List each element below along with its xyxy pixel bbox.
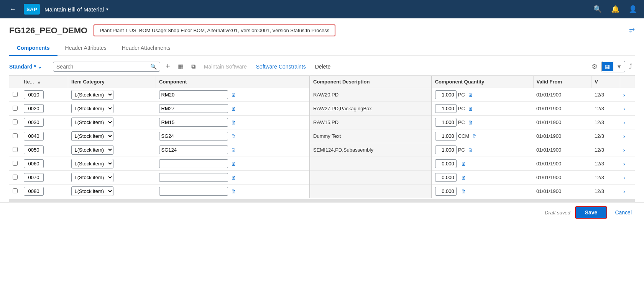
search-icon-button[interactable]: 🔍 [150, 64, 157, 70]
row-detail-button[interactable]: › [623, 188, 625, 194]
category-select[interactable]: L(Stock item) [71, 118, 113, 127]
component-input[interactable] [159, 145, 228, 154]
component-input[interactable] [159, 159, 228, 168]
component-link-button[interactable]: 🗎 [230, 188, 237, 195]
add-button[interactable]: + [163, 60, 172, 72]
row-checkbox[interactable] [13, 92, 18, 97]
row-detail-button[interactable]: › [623, 133, 625, 139]
row-checkbox[interactable] [13, 119, 18, 124]
item-no-input[interactable] [24, 90, 44, 99]
row-component-desc: RAW27,PD,PackagingBox [310, 102, 432, 116]
unit-link-button[interactable]: 🗎 [460, 174, 467, 181]
category-select[interactable]: L(Stock item) [71, 104, 113, 113]
row-detail-button[interactable]: › [623, 91, 625, 98]
view-selector[interactable]: Standard * ⌄ [9, 64, 42, 70]
row-detail-button[interactable]: › [623, 147, 625, 153]
row-checkbox[interactable] [13, 175, 18, 180]
settings-button[interactable]: ⚙ [589, 61, 600, 72]
toolbar-right: ⚙ ▦ ▼ ⤴ [589, 61, 635, 72]
unit-link-button[interactable]: 🗎 [467, 105, 474, 112]
component-input[interactable] [159, 90, 228, 99]
row-item-no [21, 129, 68, 143]
category-select[interactable]: L(Stock item) [71, 173, 113, 182]
component-input[interactable] [159, 173, 228, 182]
row-checkbox[interactable] [13, 147, 18, 152]
save-button[interactable]: Save [575, 206, 608, 219]
view-dropdown-button[interactable]: ▼ [613, 62, 625, 71]
qty-input[interactable] [435, 173, 457, 182]
share-button[interactable]: ⥂ [629, 26, 635, 35]
tab-header-attributes[interactable]: Header Attributes [58, 41, 114, 56]
row-detail-button[interactable]: › [623, 160, 625, 167]
table-view-button[interactable]: ▦ [602, 62, 613, 71]
component-link-button[interactable]: 🗎 [230, 160, 237, 167]
copy-button[interactable]: ⧉ [189, 62, 198, 72]
row-checkbox[interactable] [13, 133, 18, 138]
row-checkbox-cell [9, 102, 21, 116]
table-scroll-container[interactable]: Ite... ▲ Item Category Component Compone… [9, 76, 635, 198]
expand-button[interactable]: ⤴ [627, 61, 635, 72]
cancel-button[interactable]: Cancel [612, 207, 635, 218]
item-no-input[interactable] [24, 118, 44, 127]
split-view-button[interactable]: ▦ [176, 61, 186, 72]
maintain-software-button[interactable]: Maintain Software [201, 62, 250, 71]
qty-input[interactable] [435, 118, 457, 127]
row-valid-from: 01/01/1900 [533, 157, 591, 171]
qty-input[interactable] [435, 132, 457, 141]
unit-link-button[interactable]: 🗎 [460, 188, 467, 195]
item-no-input[interactable] [24, 159, 44, 168]
row-item-no [21, 102, 68, 116]
search-nav-button[interactable]: 🔍 [593, 4, 603, 14]
row-detail-button[interactable]: › [623, 174, 625, 181]
item-no-input[interactable] [24, 145, 44, 154]
component-link-button[interactable]: 🗎 [230, 91, 237, 98]
component-link-button[interactable]: 🗎 [230, 174, 237, 181]
tab-components[interactable]: Components [9, 41, 58, 56]
unit-link-button[interactable]: 🗎 [460, 160, 467, 167]
item-sort-icon[interactable]: ▲ [37, 80, 41, 84]
row-detail-button[interactable]: › [623, 105, 625, 112]
unit-link-button[interactable]: 🗎 [467, 119, 474, 126]
qty-input[interactable] [435, 90, 457, 99]
row-checkbox[interactable] [13, 188, 18, 193]
component-link-button[interactable]: 🗎 [230, 133, 237, 140]
notifications-button[interactable]: 🔔 [610, 4, 620, 14]
horizontal-scrollbar[interactable] [9, 199, 635, 202]
row-item-category: L(Stock item) [68, 88, 156, 102]
item-no-input[interactable] [24, 104, 44, 113]
qty-input[interactable] [435, 159, 457, 168]
category-select[interactable]: L(Stock item) [71, 145, 113, 155]
component-link-button[interactable]: 🗎 [230, 147, 237, 154]
category-select[interactable]: L(Stock item) [71, 131, 113, 141]
unit-link-button[interactable]: 🗎 [467, 147, 474, 154]
row-component-qty: PC 🗎 [432, 116, 533, 129]
component-input[interactable] [159, 132, 228, 141]
tab-header-attachments[interactable]: Header Attachments [114, 41, 178, 56]
row-detail-button[interactable]: › [623, 119, 625, 126]
component-input[interactable] [159, 104, 228, 113]
category-select[interactable]: L(Stock item) [71, 159, 113, 168]
component-input[interactable] [159, 187, 228, 196]
item-no-input[interactable] [24, 173, 44, 182]
user-button[interactable]: 👤 [628, 4, 638, 14]
unit-link-button[interactable]: 🗎 [471, 133, 478, 140]
component-link-button[interactable]: 🗎 [230, 119, 237, 126]
delete-button[interactable]: Delete [312, 62, 334, 71]
row-checkbox[interactable] [13, 106, 18, 111]
unit-link-button[interactable]: 🗎 [467, 91, 474, 98]
search-input[interactable] [56, 64, 150, 70]
component-link-button[interactable]: 🗎 [230, 105, 237, 112]
software-constraints-button[interactable]: Software Constraints [253, 62, 309, 71]
item-no-input[interactable] [24, 187, 44, 196]
category-select[interactable]: L(Stock item) [71, 90, 113, 100]
qty-input[interactable] [435, 104, 457, 113]
component-input[interactable] [159, 118, 228, 127]
category-select[interactable]: L(Stock item) [71, 186, 113, 196]
back-button[interactable]: ← [6, 4, 19, 15]
qty-input[interactable] [435, 187, 457, 196]
title-dropdown-arrow[interactable]: ▾ [106, 7, 108, 12]
qty-input[interactable] [435, 145, 457, 154]
search-box: 🔍 [53, 62, 160, 72]
item-no-input[interactable] [24, 132, 44, 141]
row-checkbox[interactable] [13, 161, 18, 166]
